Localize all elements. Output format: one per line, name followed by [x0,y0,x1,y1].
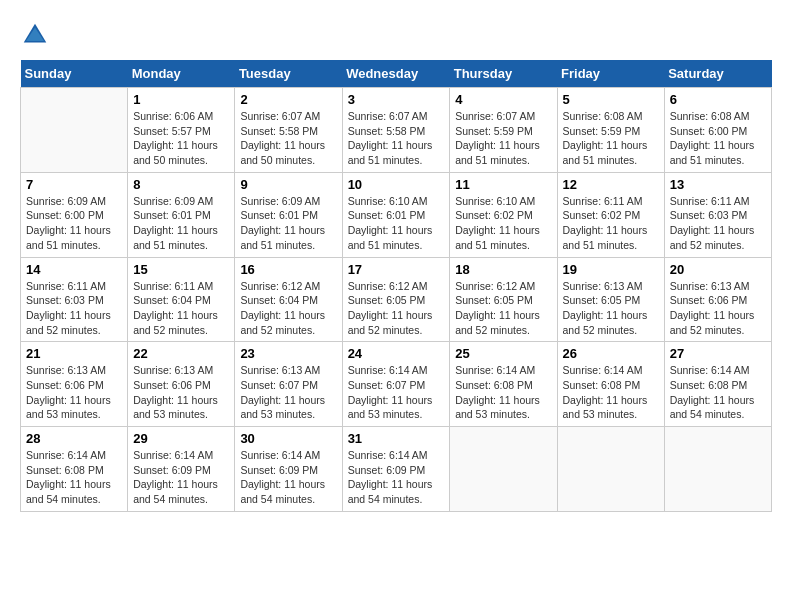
day-of-week-header: Tuesday [235,60,342,88]
day-info: Sunrise: 6:07 AMSunset: 5:59 PMDaylight:… [455,109,551,168]
day-info: Sunrise: 6:13 AMSunset: 6:07 PMDaylight:… [240,363,336,422]
day-number: 15 [133,262,229,277]
calendar-cell: 1Sunrise: 6:06 AMSunset: 5:57 PMDaylight… [128,88,235,173]
calendar-cell: 27Sunrise: 6:14 AMSunset: 6:08 PMDayligh… [664,342,771,427]
day-number: 11 [455,177,551,192]
day-number: 8 [133,177,229,192]
day-info: Sunrise: 6:10 AMSunset: 6:02 PMDaylight:… [455,194,551,253]
day-info: Sunrise: 6:12 AMSunset: 6:05 PMDaylight:… [348,279,445,338]
day-info: Sunrise: 6:11 AMSunset: 6:02 PMDaylight:… [563,194,659,253]
day-number: 26 [563,346,659,361]
calendar-cell: 31Sunrise: 6:14 AMSunset: 6:09 PMDayligh… [342,427,450,512]
calendar-week-row: 28Sunrise: 6:14 AMSunset: 6:08 PMDayligh… [21,427,772,512]
day-info: Sunrise: 6:08 AMSunset: 5:59 PMDaylight:… [563,109,659,168]
day-number: 2 [240,92,336,107]
calendar-cell: 15Sunrise: 6:11 AMSunset: 6:04 PMDayligh… [128,257,235,342]
day-info: Sunrise: 6:14 AMSunset: 6:08 PMDaylight:… [455,363,551,422]
day-of-week-header: Sunday [21,60,128,88]
calendar-cell: 30Sunrise: 6:14 AMSunset: 6:09 PMDayligh… [235,427,342,512]
day-info: Sunrise: 6:12 AMSunset: 6:05 PMDaylight:… [455,279,551,338]
day-info: Sunrise: 6:14 AMSunset: 6:09 PMDaylight:… [240,448,336,507]
calendar-cell: 8Sunrise: 6:09 AMSunset: 6:01 PMDaylight… [128,172,235,257]
day-number: 16 [240,262,336,277]
day-number: 21 [26,346,122,361]
day-info: Sunrise: 6:09 AMSunset: 6:00 PMDaylight:… [26,194,122,253]
day-info: Sunrise: 6:14 AMSunset: 6:08 PMDaylight:… [670,363,766,422]
calendar-cell: 3Sunrise: 6:07 AMSunset: 5:58 PMDaylight… [342,88,450,173]
day-info: Sunrise: 6:09 AMSunset: 6:01 PMDaylight:… [133,194,229,253]
day-of-week-header: Thursday [450,60,557,88]
day-number: 13 [670,177,766,192]
day-number: 5 [563,92,659,107]
calendar-cell: 7Sunrise: 6:09 AMSunset: 6:00 PMDaylight… [21,172,128,257]
page-header [20,20,772,50]
day-info: Sunrise: 6:11 AMSunset: 6:03 PMDaylight:… [26,279,122,338]
day-number: 9 [240,177,336,192]
day-number: 10 [348,177,445,192]
logo-icon [20,20,50,50]
day-of-week-header: Friday [557,60,664,88]
day-number: 29 [133,431,229,446]
calendar-table: SundayMondayTuesdayWednesdayThursdayFrid… [20,60,772,512]
day-of-week-header: Wednesday [342,60,450,88]
day-number: 31 [348,431,445,446]
calendar-cell: 21Sunrise: 6:13 AMSunset: 6:06 PMDayligh… [21,342,128,427]
day-number: 27 [670,346,766,361]
day-info: Sunrise: 6:10 AMSunset: 6:01 PMDaylight:… [348,194,445,253]
calendar-cell [21,88,128,173]
day-info: Sunrise: 6:11 AMSunset: 6:04 PMDaylight:… [133,279,229,338]
day-number: 4 [455,92,551,107]
day-info: Sunrise: 6:14 AMSunset: 6:08 PMDaylight:… [26,448,122,507]
day-info: Sunrise: 6:12 AMSunset: 6:04 PMDaylight:… [240,279,336,338]
calendar-cell: 2Sunrise: 6:07 AMSunset: 5:58 PMDaylight… [235,88,342,173]
day-number: 24 [348,346,445,361]
day-number: 22 [133,346,229,361]
day-number: 12 [563,177,659,192]
calendar-cell: 19Sunrise: 6:13 AMSunset: 6:05 PMDayligh… [557,257,664,342]
day-info: Sunrise: 6:14 AMSunset: 6:09 PMDaylight:… [348,448,445,507]
day-number: 19 [563,262,659,277]
day-number: 25 [455,346,551,361]
calendar-header-row: SundayMondayTuesdayWednesdayThursdayFrid… [21,60,772,88]
day-number: 18 [455,262,551,277]
calendar-cell: 18Sunrise: 6:12 AMSunset: 6:05 PMDayligh… [450,257,557,342]
calendar-cell: 14Sunrise: 6:11 AMSunset: 6:03 PMDayligh… [21,257,128,342]
day-info: Sunrise: 6:06 AMSunset: 5:57 PMDaylight:… [133,109,229,168]
day-info: Sunrise: 6:13 AMSunset: 6:06 PMDaylight:… [26,363,122,422]
day-info: Sunrise: 6:13 AMSunset: 6:06 PMDaylight:… [133,363,229,422]
day-info: Sunrise: 6:14 AMSunset: 6:09 PMDaylight:… [133,448,229,507]
calendar-cell [664,427,771,512]
day-number: 7 [26,177,122,192]
calendar-cell: 22Sunrise: 6:13 AMSunset: 6:06 PMDayligh… [128,342,235,427]
calendar-cell: 25Sunrise: 6:14 AMSunset: 6:08 PMDayligh… [450,342,557,427]
calendar-cell: 24Sunrise: 6:14 AMSunset: 6:07 PMDayligh… [342,342,450,427]
calendar-cell: 12Sunrise: 6:11 AMSunset: 6:02 PMDayligh… [557,172,664,257]
calendar-cell: 4Sunrise: 6:07 AMSunset: 5:59 PMDaylight… [450,88,557,173]
day-number: 20 [670,262,766,277]
calendar-cell: 28Sunrise: 6:14 AMSunset: 6:08 PMDayligh… [21,427,128,512]
day-info: Sunrise: 6:09 AMSunset: 6:01 PMDaylight:… [240,194,336,253]
calendar-week-row: 14Sunrise: 6:11 AMSunset: 6:03 PMDayligh… [21,257,772,342]
day-number: 1 [133,92,229,107]
day-of-week-header: Saturday [664,60,771,88]
day-number: 30 [240,431,336,446]
calendar-week-row: 7Sunrise: 6:09 AMSunset: 6:00 PMDaylight… [21,172,772,257]
calendar-cell: 17Sunrise: 6:12 AMSunset: 6:05 PMDayligh… [342,257,450,342]
calendar-cell: 29Sunrise: 6:14 AMSunset: 6:09 PMDayligh… [128,427,235,512]
day-number: 23 [240,346,336,361]
calendar-cell [450,427,557,512]
day-number: 6 [670,92,766,107]
calendar-cell [557,427,664,512]
day-number: 28 [26,431,122,446]
calendar-cell: 20Sunrise: 6:13 AMSunset: 6:06 PMDayligh… [664,257,771,342]
calendar-cell: 10Sunrise: 6:10 AMSunset: 6:01 PMDayligh… [342,172,450,257]
logo [20,20,54,50]
day-info: Sunrise: 6:08 AMSunset: 6:00 PMDaylight:… [670,109,766,168]
day-number: 17 [348,262,445,277]
day-info: Sunrise: 6:07 AMSunset: 5:58 PMDaylight:… [240,109,336,168]
calendar-week-row: 1Sunrise: 6:06 AMSunset: 5:57 PMDaylight… [21,88,772,173]
day-info: Sunrise: 6:14 AMSunset: 6:07 PMDaylight:… [348,363,445,422]
calendar-week-row: 21Sunrise: 6:13 AMSunset: 6:06 PMDayligh… [21,342,772,427]
calendar-cell: 9Sunrise: 6:09 AMSunset: 6:01 PMDaylight… [235,172,342,257]
day-info: Sunrise: 6:13 AMSunset: 6:06 PMDaylight:… [670,279,766,338]
